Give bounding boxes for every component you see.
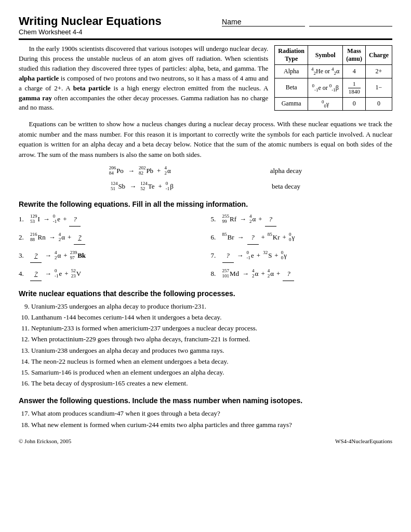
answer-problems-list: What atom produces scandium-47 when it g… xyxy=(19,409,392,429)
charge-beta: 1− xyxy=(366,78,392,97)
table-row: Beta 0-1e or 0-1β 11840 1− xyxy=(275,78,392,97)
name-field: Name xyxy=(220,15,392,26)
problem-4: 4. ? → 0-1e + 5223V xyxy=(19,267,201,281)
intro-paragraph1: In the early 1900s scientists discovered… xyxy=(19,44,268,113)
problem-11: Neptunium-233 is formed when americium-2… xyxy=(31,324,392,333)
alpha-decay-label: alpha decay xyxy=(270,167,302,175)
title-block: Writing Nuclear Equations Chem Worksheet… xyxy=(19,15,162,36)
beta-decay-equation: 12451Sb → 12452Te + 0-1β xyxy=(111,181,246,192)
problem-14: The neon-22 nucleus is formed when an el… xyxy=(31,357,392,366)
decay-examples: 20684Po → 20282Pb + 42α alpha decay 1245… xyxy=(19,166,392,192)
equations-intro: Equations can be written to show how a n… xyxy=(19,119,392,159)
intro-text: In the early 1900s scientists discovered… xyxy=(19,44,268,115)
col-header-mass: Mass(amu) xyxy=(343,46,366,65)
problem-7: 7. ? → 0-1e + 32 S + 00γ xyxy=(211,249,393,263)
word-problems-list: Uranium-235 undergoes an alpha decay to … xyxy=(19,302,392,389)
section2-header: Write nuclear equations that describe th… xyxy=(19,289,392,298)
problem-3: 3. ? → 42α + 23997Bk xyxy=(19,249,201,263)
page-footer: © John Erickson, 2005 WS4-4NuclearEquati… xyxy=(19,438,392,444)
beta-decay-label: beta decay xyxy=(272,182,300,191)
charge-gamma: 0 xyxy=(366,97,392,110)
copyright: © John Erickson, 2005 xyxy=(19,438,71,444)
problem-17: What atom produces scandium-47 when it g… xyxy=(31,409,392,418)
header-divider xyxy=(19,38,392,40)
problem-1: 1. 12953I → 0-1e + ? xyxy=(19,212,201,227)
intro-section: In the early 1900s scientists discovered… xyxy=(19,44,392,115)
section3-header: Answer the following questions. Include … xyxy=(19,396,392,405)
radiation-table-container: RadiationType Symbol Mass(amu) Charge Al… xyxy=(274,44,392,115)
col-header-charge: Charge xyxy=(366,46,392,65)
table-row: Gamma 00γ 0 0 xyxy=(275,97,392,110)
alpha-decay-row: 20684Po → 20282Pb + 42α alpha decay xyxy=(109,166,302,176)
charge-alpha: 2+ xyxy=(366,65,392,78)
problem-15: Samarium-146 is produced when an element… xyxy=(31,368,392,377)
col-header-type: RadiationType xyxy=(275,46,308,65)
problems-grid: 1. 12953I → 0-1e + ? 5. 25599Rf → 42α + … xyxy=(19,212,392,281)
table-row: Alpha 42He or 42α 4 2+ xyxy=(275,65,392,78)
problem-10: Lanthanum -144 becomes cerium-144 when i… xyxy=(31,313,392,322)
page-title: Writing Nuclear Equations xyxy=(19,15,162,28)
section1-header: Rewrite the following equations. Fill in… xyxy=(19,200,392,208)
alpha-decay-equation: 20684Po → 20282Pb + 42α xyxy=(109,166,244,176)
answer-section: What atom produces scandium-47 when it g… xyxy=(19,409,392,429)
col-header-symbol: Symbol xyxy=(308,46,343,65)
worksheet-id: WS4-4NuclearEquations xyxy=(335,438,392,444)
symbol-beta: 0-1e or 0-1β xyxy=(308,78,343,97)
problem-16: The beta decay of dysprosium-165 creates… xyxy=(31,379,392,388)
symbol-gamma: 00γ xyxy=(308,97,343,110)
word-problems-section: Uranium-235 undergoes an alpha decay to … xyxy=(19,302,392,389)
equations-paragraph: Equations can be written to show how a n… xyxy=(19,119,392,159)
page-header: Writing Nuclear Equations Chem Worksheet… xyxy=(19,15,392,36)
beta-decay-row: 12451Sb → 12452Te + 0-1β beta decay xyxy=(111,181,300,192)
problem-8: 8. 257101Md → 42α + 42α + ? xyxy=(211,267,393,281)
problem-9: Uranium-235 undergoes an alpha decay to … xyxy=(31,302,392,311)
problem-18: What new element is formed when curium-2… xyxy=(31,420,392,430)
mass-alpha: 4 xyxy=(343,65,366,78)
radiation-type-gamma: Gamma xyxy=(275,97,308,110)
mass-gamma: 0 xyxy=(343,97,366,110)
symbol-alpha: 42He or 42α xyxy=(308,65,343,78)
page-subtitle: Chem Worksheet 4-4 xyxy=(19,28,162,36)
problem-2: 2. 21688Rn → 42α + ? xyxy=(19,231,201,245)
mass-beta: 11840 xyxy=(343,78,366,97)
radiation-table: RadiationType Symbol Mass(amu) Charge Al… xyxy=(274,45,392,111)
problem-6: 6. 85 Br → ? + 85 Kr + 00γ xyxy=(211,231,393,245)
problem-13: Uranium-238 undergoes an alpha decay and… xyxy=(31,346,392,355)
radiation-type-alpha: Alpha xyxy=(275,65,308,78)
problem-12: When protactinium-229 goes through two a… xyxy=(31,335,392,344)
problem-5: 5. 25599Rf → 42α + ? xyxy=(211,212,393,227)
radiation-type-beta: Beta xyxy=(275,78,308,97)
